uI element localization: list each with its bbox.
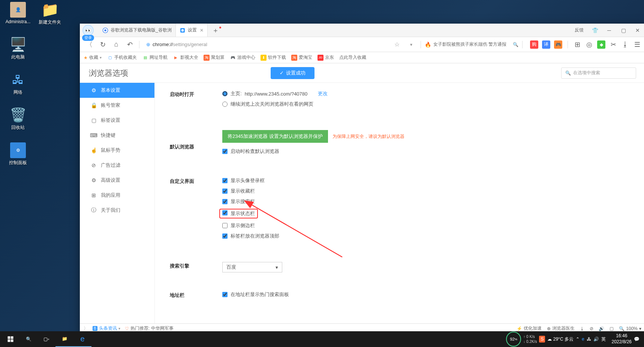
check-tabtop[interactable] (222, 233, 228, 239)
hot-search-icon: 🔥 (425, 42, 431, 48)
sidebar-item-basic[interactable]: ⚙基本设置 (80, 83, 154, 98)
gear-icon: ⚙ (90, 87, 97, 94)
perf-gauge[interactable]: 92% (506, 332, 521, 347)
close-button[interactable]: ✕ (632, 25, 644, 36)
news-link[interactable]: B头条资讯▾ (93, 325, 120, 332)
edge-button[interactable]: e (73, 331, 91, 347)
bookmark-nav[interactable]: ▤网址导航 (142, 54, 168, 61)
start-button[interactable] (1, 331, 19, 347)
desktop-icon-network[interactable]: 🖧网络 (4, 72, 32, 96)
undo-button[interactable]: ↶ (124, 39, 135, 50)
section-search-label: 搜索引擎 (170, 262, 222, 272)
svg-rect-7 (11, 337, 13, 339)
bookmark-games[interactable]: 🎮游戏中心 (230, 54, 255, 61)
settings-sidebar: ⚙基本设置 🔒账号管家 ▢标签设置 ⌨快捷键 ☝鼠标手势 ⊘广告过滤 ⚙高级设置… (80, 83, 155, 323)
sidebar-item-adblock[interactable]: ⊘广告过滤 (80, 158, 154, 173)
sidebar-item-apps[interactable]: ⊞我的应用 (80, 188, 154, 203)
explorer-button[interactable]: 📁 (55, 331, 73, 347)
green-icon[interactable]: ◆ (597, 40, 605, 49)
default-warning: 为保障上网安全，请设为默认浏览器 (332, 134, 404, 139)
search-icon[interactable]: 🔍 (513, 42, 518, 47)
check-startup-default[interactable] (222, 149, 228, 154)
minimize-button[interactable]: ─ (603, 25, 615, 36)
shop-button[interactable]: 购 (530, 40, 538, 49)
search-icon: 🔍 (565, 70, 571, 76)
radio-continue[interactable] (222, 102, 228, 107)
tab-settings[interactable]: 设置 ✕ (176, 24, 208, 37)
menu-icon[interactable]: ☰ (633, 40, 641, 49)
sidebar-item-about[interactable]: ⓘ关于我们 (80, 203, 154, 218)
edit-homepage-link[interactable]: 更改 (318, 90, 328, 97)
desktop-icon-recycle[interactable]: 🗑️回收站 (4, 107, 32, 131)
bookmark-import[interactable]: 点此导入收藏 (339, 54, 366, 61)
bookmark-video[interactable]: ▶影视大全 (173, 54, 198, 61)
new-tab-button[interactable]: ＋ (208, 24, 223, 37)
section-startup-label: 启动时打开 (170, 90, 222, 111)
tray-ime[interactable]: 英 (601, 336, 606, 343)
feedback-link[interactable]: 反馈 (575, 27, 584, 33)
sidebar-item-tabs[interactable]: ▢标签设置 (80, 113, 154, 128)
home-button[interactable]: ⌂ (111, 39, 122, 50)
bookmark-juhuasuan[interactable]: 淘聚划算 (204, 54, 225, 61)
optimize-link[interactable]: ⚡优化加速 (517, 325, 542, 332)
tray-edge-icon[interactable]: e (582, 337, 584, 342)
check-avatar[interactable] (222, 178, 228, 183)
chevron-down-icon[interactable]: ▾ (406, 39, 417, 50)
url-input[interactable]: ⊕ chrome://settings/general (143, 39, 304, 50)
bookmark-jd[interactable]: JD京东 (318, 54, 334, 61)
skin-icon[interactable]: 👕 (589, 25, 601, 36)
expand-icon[interactable]: 〉 (84, 325, 88, 332)
radio-homepage[interactable] (222, 91, 228, 96)
star-icon[interactable]: ☆ (394, 41, 400, 48)
check-search[interactable] (222, 199, 228, 204)
check-icon: ✓ (280, 70, 284, 76)
check-status[interactable] (222, 210, 228, 215)
reload-button[interactable]: ↻ (97, 39, 108, 50)
check-sidebar[interactable] (222, 223, 228, 228)
grid-icon[interactable]: ⊞ (573, 40, 581, 49)
bookmark-download[interactable]: ⬇软件下载 (261, 54, 286, 61)
set-default-button[interactable]: 将2345加速浏览器 设置为默认浏览器并保护 (222, 130, 328, 143)
tray-clock[interactable]: 16:462022/8/26 (612, 333, 632, 345)
search-engine-select[interactable]: 百度▾ (222, 262, 282, 272)
tray-chevron-icon[interactable]: ⌃ (576, 337, 580, 342)
check-favorites[interactable] (222, 188, 228, 194)
sidebar-item-account[interactable]: 🔒账号管家 (80, 98, 154, 113)
desktop-icon-thispc[interactable]: 🖥️此电脑 (4, 37, 32, 60)
svg-rect-6 (8, 337, 10, 339)
maximize-button[interactable]: ▢ (617, 25, 629, 36)
tab-chrome-download[interactable]: 谷歌浏览器下载电脑版_谷歌浏 (99, 24, 176, 37)
bookmark-mobile[interactable]: ▢手机收藏夹 (107, 54, 137, 61)
sidebar-item-advanced[interactable]: ⚙高级设置 (80, 173, 154, 188)
close-icon[interactable]: ✕ (200, 28, 204, 33)
titlebar: 👀 登录 谷歌浏览器下载电脑版_谷歌浏 设置 ✕ ＋ 反馈 👕 ─ ▢ ✕ (80, 24, 644, 37)
settings-search-input[interactable]: 🔍在选项中搜索 (561, 67, 636, 79)
bookmark-taobao[interactable]: 淘爱淘宝 (291, 54, 312, 61)
sidebar-item-shortcuts[interactable]: ⌨快捷键 (80, 128, 154, 143)
download-icon[interactable]: ⭳ (621, 40, 629, 49)
keyboard-icon: ⌨ (90, 132, 97, 139)
tray-app1-icon[interactable]: S (539, 336, 545, 343)
svg-point-1 (104, 29, 106, 31)
hot-link[interactable]: ♡热门推荐:中华网军事 (125, 325, 174, 332)
avatar-login[interactable]: 👀 登录 (81, 24, 95, 37)
tray-weather[interactable]: ☁ 29°C 多云 (547, 336, 574, 343)
search-input[interactable]: 🔥 女子影院被熊孩子家长踹伤 警方通报 🔍 (425, 40, 518, 49)
game-icon[interactable]: 🎮 (554, 40, 562, 49)
bookmark-favorites[interactable]: ★收藏▾ (84, 54, 102, 61)
bookmarks-bar: ★收藏▾ ▢手机收藏夹 ▤网址导航 ▶影视大全 淘聚划算 🎮游戏中心 ⬇软件下载… (80, 52, 644, 63)
refresh-icon[interactable]: ◎ (585, 40, 593, 49)
desktop-icon-administrator[interactable]: 👤Administra... (4, 2, 32, 24)
desktop-icon-newfolder[interactable]: 📁新建文件夹 (36, 2, 64, 25)
translate-button[interactable]: 译 (542, 40, 550, 49)
sidebar-item-gestures[interactable]: ☝鼠标手势 (80, 143, 154, 158)
scissors-icon[interactable]: ✂ (609, 40, 617, 49)
tray-network-icon[interactable]: 🖧 (587, 337, 591, 342)
search-button[interactable]: 🔍 (19, 331, 37, 347)
check-hotword[interactable] (222, 292, 228, 297)
taskview-button[interactable]: ▢▫ (37, 331, 55, 347)
net-speed: ↑ 0 K/s↓ 0.2K/s (523, 334, 537, 344)
notification-icon[interactable]: 💬 (634, 337, 640, 342)
desktop-icon-controlpanel[interactable]: ⚙控制面板 (4, 142, 32, 166)
tray-sound-icon[interactable]: 🔊 (593, 337, 599, 342)
